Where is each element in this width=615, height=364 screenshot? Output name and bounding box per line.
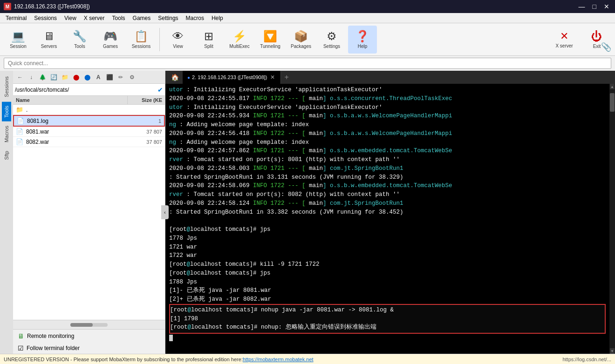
servers-button[interactable]: 🖥 Servers bbox=[34, 26, 63, 54]
terminal-line: 2020-09-08 22:24:57.862 INFO 1721 --- [ … bbox=[169, 147, 606, 155]
servers-icon: 🖥 bbox=[43, 30, 55, 43]
menu-macros[interactable]: Macros bbox=[182, 14, 208, 22]
fb-edit-button[interactable]: ✏ bbox=[116, 72, 126, 82]
terminal-line bbox=[169, 216, 606, 225]
tab-session[interactable]: ● 2. 192.168.126.233 ([JTest0908]) ✕ bbox=[183, 71, 281, 84]
terminal-line: [root@localhost tomcats]# nohup java -ja… bbox=[170, 306, 605, 315]
session-button[interactable]: 💻 Session bbox=[4, 26, 33, 54]
sidebar-bottom: 🖥 Remote monitoring ☑ Follow terminal fo… bbox=[13, 329, 165, 354]
list-item[interactable]: 📄 8081.log 1 bbox=[13, 115, 165, 127]
tab-home[interactable]: 🏠 bbox=[167, 72, 183, 83]
vtab-tools[interactable]: Tools bbox=[2, 102, 11, 121]
tools-label: Tools bbox=[74, 44, 85, 49]
games-button[interactable]: 🎮 Games bbox=[96, 26, 125, 54]
war-file-icon: 📄 bbox=[16, 128, 24, 135]
fb-back-button[interactable]: ← bbox=[15, 72, 25, 82]
view-button[interactable]: 👁 View bbox=[164, 26, 192, 54]
help-button[interactable]: ❓ Help bbox=[348, 26, 377, 54]
status-link[interactable]: https://mobaxterm.mobatek.net bbox=[243, 357, 314, 362]
terminal-wrapper: utor : Initializing ExecutorService 'app… bbox=[165, 84, 615, 354]
vtab-sftp[interactable]: Sftp bbox=[2, 147, 11, 164]
help-icon: ❓ bbox=[355, 30, 369, 43]
app-icon: M bbox=[4, 3, 11, 10]
menu-view[interactable]: View bbox=[61, 14, 80, 22]
log-file-icon: 📄 bbox=[17, 117, 25, 124]
tools-button[interactable]: 🔧 Tools bbox=[65, 26, 94, 54]
fb-download-button[interactable]: ↓ bbox=[26, 72, 36, 82]
scrollbar-thumb[interactable] bbox=[610, 93, 615, 112]
packages-button[interactable]: 📦 Packages bbox=[287, 26, 315, 54]
menu-games[interactable]: Games bbox=[129, 14, 155, 22]
follow-folder-label: Follow terminal folder bbox=[27, 345, 80, 351]
file-name: 8081.war bbox=[26, 128, 130, 135]
title-bar: M 192.168.126.233 ([JTest0908]) — □ ✕ bbox=[0, 0, 615, 13]
vtab-sessions[interactable]: Sessions bbox=[2, 73, 11, 101]
menu-xserver[interactable]: X server bbox=[80, 14, 109, 22]
menu-help[interactable]: Help bbox=[208, 14, 227, 22]
terminal-scrollbar[interactable]: ▲ ▼ bbox=[609, 84, 615, 354]
sessions2-button[interactable]: 📋 Sessions bbox=[127, 26, 156, 54]
menu-terminal[interactable]: Terminal bbox=[2, 14, 30, 22]
fb-refresh-button[interactable]: 🔄 bbox=[48, 72, 59, 82]
settings-icon: ⚙ bbox=[327, 30, 337, 43]
tunneling-button[interactable]: 🔽 Tunneling bbox=[256, 26, 285, 54]
fb-newfolder-button[interactable]: 📁 bbox=[60, 72, 70, 82]
file-size: 1 bbox=[129, 118, 161, 124]
list-item[interactable]: 📄 8082.war 37 807 bbox=[13, 137, 165, 147]
terminal-line: [1] 1798 bbox=[170, 315, 605, 324]
toolbar-separator-1 bbox=[159, 28, 160, 51]
maximize-button[interactable]: □ bbox=[591, 3, 598, 10]
packages-icon: 📦 bbox=[294, 30, 308, 43]
split-icon: ⊞ bbox=[204, 30, 213, 43]
fb-delete-button[interactable]: ⬤ bbox=[71, 72, 81, 82]
close-button[interactable]: ✕ bbox=[602, 3, 611, 10]
path-go-button[interactable]: ✔ bbox=[157, 86, 163, 94]
terminal-line: [2]+ 已杀死 java -jar 8082.war bbox=[169, 295, 606, 304]
file-size: 37 807 bbox=[130, 129, 162, 135]
menu-sessions[interactable]: Sessions bbox=[30, 14, 61, 22]
exit-label: Exit bbox=[593, 44, 601, 49]
file-name: 8082.war bbox=[26, 139, 130, 145]
follow-folder-checkbox[interactable]: ☑ bbox=[18, 344, 24, 352]
terminal-line: ng : Adding welcome page template: index bbox=[169, 121, 606, 129]
menu-tools[interactable]: Tools bbox=[109, 14, 129, 22]
multiexec-button[interactable]: ⚡ MultiExec bbox=[225, 26, 254, 54]
tools-icon: 🔧 bbox=[73, 30, 87, 43]
session-icon: 💻 bbox=[11, 30, 25, 43]
quick-connect-input[interactable] bbox=[8, 60, 607, 67]
terminal-line: 1722 war bbox=[169, 251, 606, 260]
terminal-cursor bbox=[169, 335, 173, 341]
view-icon: 👁 bbox=[172, 30, 184, 43]
fb-tree-button[interactable]: 🌲 bbox=[37, 72, 48, 82]
remote-monitor-button[interactable]: 🖥 Remote monitoring bbox=[13, 330, 165, 343]
fb-settings-button[interactable]: ⚙ bbox=[127, 72, 137, 82]
split-button[interactable]: ⊞ Split bbox=[194, 26, 223, 54]
path-input[interactable] bbox=[15, 87, 157, 93]
terminal-line: 1778 Jps bbox=[169, 234, 606, 243]
terminal-output[interactable]: utor : Initializing ExecutorService 'app… bbox=[165, 84, 609, 354]
tab-close-button[interactable]: ✕ bbox=[269, 74, 276, 81]
games-label: Games bbox=[103, 44, 118, 49]
vtab-macros[interactable]: Macros bbox=[2, 122, 11, 146]
status-text: UNREGISTERED VERSION - Please support Mo… bbox=[4, 357, 243, 362]
fb-text-button[interactable]: A bbox=[93, 72, 103, 82]
xserver-button[interactable]: ✕ X server bbox=[550, 26, 579, 54]
sessions2-label: Sessions bbox=[132, 44, 151, 49]
fb-color-button[interactable]: ⬛ bbox=[104, 72, 115, 82]
multiexec-label: MultiExec bbox=[229, 44, 249, 49]
xserver-icon: ✕ bbox=[560, 30, 568, 42]
menu-settings[interactable]: Settings bbox=[154, 14, 182, 22]
quick-connect-bar bbox=[4, 58, 611, 69]
sidebar-collapse-button[interactable]: ‹ bbox=[161, 205, 169, 219]
settings-button[interactable]: ⚙ Settings bbox=[317, 26, 346, 54]
list-item[interactable]: 📄 8081.war 37 807 bbox=[13, 127, 165, 137]
fb-rename-button[interactable]: ⬤ bbox=[82, 72, 92, 82]
file-list-header: Name Size (KE bbox=[13, 96, 165, 105]
split-label: Split bbox=[204, 44, 213, 49]
add-tab-button[interactable]: + bbox=[281, 71, 293, 83]
sidebar: Sessions Tools Macros Sftp ← ↓ 🌲 🔄 📁 ⬤ ⬤… bbox=[0, 71, 165, 354]
list-item[interactable]: 📁 . bbox=[13, 105, 165, 115]
file-list: 📁 . 📄 8081.log 1 📄 8081.war 37 807 📄 808… bbox=[13, 105, 165, 320]
terminal-line: : Started SpringBootRun1 in 33.382 secon… bbox=[169, 208, 606, 217]
minimize-button[interactable]: — bbox=[577, 3, 587, 10]
